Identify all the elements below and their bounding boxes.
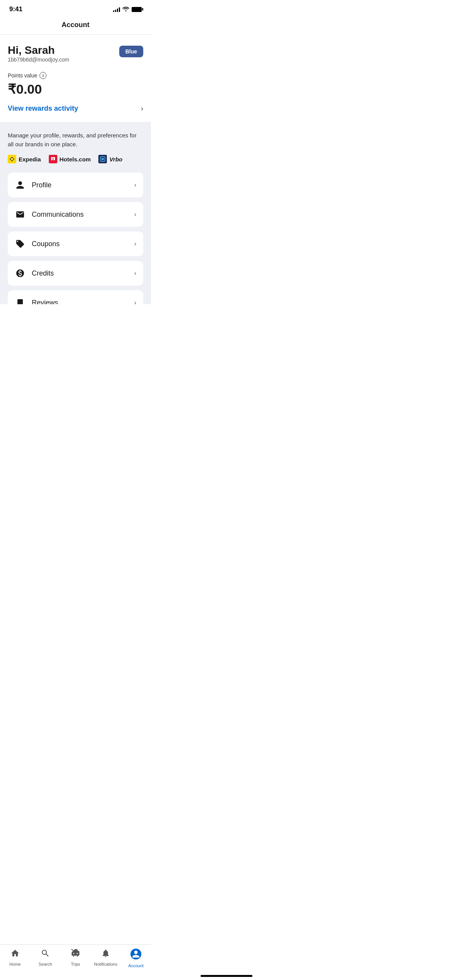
user-info: Hi, Sarah 1bb79b6d@moodjoy.com [8, 44, 69, 70]
status-time: 9:41 [9, 5, 22, 13]
expedia-label: Expedia [19, 156, 41, 163]
tier-badge[interactable]: Blue [119, 46, 143, 57]
svg-marker-1 [11, 158, 13, 160]
profile-chevron: › [134, 182, 136, 188]
rewards-link[interactable]: View rewards activity › [8, 105, 143, 114]
menu-item-credits[interactable]: Credits › [8, 261, 143, 286]
credits-label: Credits [32, 269, 54, 278]
points-value: ₹0.00 [8, 81, 143, 97]
page-header: Account [0, 16, 151, 35]
brands-row: Expedia Hotels.com [8, 155, 143, 163]
bookmark-icon [15, 297, 26, 304]
svg-rect-5 [51, 157, 55, 158]
status-bar: 9:41 [0, 0, 151, 16]
svg-rect-7 [101, 158, 104, 160]
menu-item-communications[interactable]: Communications › [8, 202, 143, 227]
dollar-icon [15, 268, 26, 279]
coupons-chevron: › [134, 240, 136, 247]
user-section: Hi, Sarah 1bb79b6d@moodjoy.com Blue Poin… [0, 35, 151, 122]
page-title: Account [62, 21, 89, 29]
communications-label: Communications [32, 211, 84, 219]
menu-item-profile[interactable]: Profile › [8, 173, 143, 197]
brands-intro-text: Manage your profile, rewards, and prefer… [8, 131, 143, 149]
hotels-brand: Hotels.com [49, 155, 91, 163]
profile-icon [15, 180, 26, 190]
points-label-row: Points value i [8, 72, 143, 79]
vrbo-label: Vrbo [109, 156, 122, 163]
points-info-icon[interactable]: i [39, 72, 46, 79]
profile-label: Profile [32, 181, 51, 189]
user-email: 1bb79b6d@moodjoy.com [8, 57, 69, 63]
communications-chevron: › [134, 211, 136, 218]
hotels-label: Hotels.com [60, 156, 91, 163]
coupons-label: Coupons [32, 240, 60, 248]
status-icons [113, 6, 142, 13]
battery-icon [132, 7, 142, 12]
rewards-link-chevron: › [141, 105, 143, 113]
hotels-icon [49, 155, 57, 163]
reviews-chevron: › [134, 299, 136, 304]
vrbo-icon [98, 155, 107, 163]
svg-rect-4 [53, 158, 55, 160]
reviews-label: Reviews [32, 299, 58, 305]
user-greeting: Hi, Sarah [8, 44, 69, 57]
signal-icon [113, 7, 120, 12]
points-label-text: Points value [8, 72, 37, 79]
user-top-row: Hi, Sarah 1bb79b6d@moodjoy.com Blue [8, 44, 143, 70]
scroll-content: Hi, Sarah 1bb79b6d@moodjoy.com Blue Poin… [0, 35, 151, 304]
vrbo-brand: Vrbo [98, 155, 122, 163]
tag-icon [15, 238, 26, 249]
credits-chevron: › [134, 270, 136, 277]
expedia-icon [8, 155, 16, 163]
rewards-link-text: View rewards activity [8, 105, 78, 113]
wifi-icon [122, 6, 129, 13]
menu-item-reviews[interactable]: Reviews › [8, 290, 143, 304]
svg-rect-3 [51, 158, 53, 160]
email-icon [15, 209, 26, 220]
brands-section: Manage your profile, rewards, and prefer… [0, 122, 151, 304]
menu-item-coupons[interactable]: Coupons › [8, 231, 143, 256]
expedia-brand: Expedia [8, 155, 41, 163]
